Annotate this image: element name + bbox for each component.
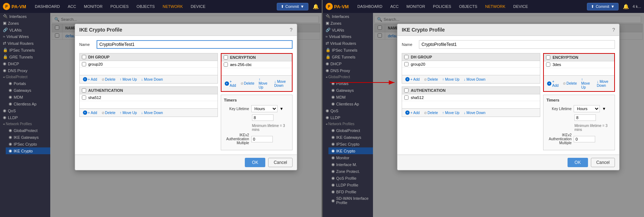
sidebar-clientless-left[interactable]: ◉ Clientless Ap bbox=[6, 100, 50, 107]
cancel-button-right[interactable]: Cancel bbox=[591, 158, 615, 167]
sidebar-ipsec-crypto-right[interactable]: ◉ IPSec Crypto bbox=[328, 141, 373, 147]
enc-row-check-right[interactable] bbox=[546, 62, 550, 67]
nav-acc-right[interactable]: ACC bbox=[387, 3, 401, 10]
sidebar-bfd-profile-right[interactable]: ◉ BFD Profile bbox=[328, 188, 373, 195]
sidebar-gp2-left[interactable]: ◉ GlobalProtect bbox=[6, 127, 50, 134]
sidebar-interfaces-left[interactable]: 🔌 Interfaces bbox=[0, 13, 50, 20]
nav-objects-right[interactable]: OBJECTS bbox=[456, 3, 480, 10]
sidebar-gateways-left[interactable]: ◉ Gateways bbox=[6, 87, 50, 94]
name-input-right[interactable] bbox=[419, 40, 615, 49]
sidebar-ipsec-left[interactable]: 🔒 IPSec Tunnels bbox=[0, 47, 50, 53]
enc-down-right[interactable]: ↓ Move Down bbox=[596, 79, 612, 88]
cancel-button-left[interactable]: Cancel bbox=[268, 158, 292, 167]
sidebar-ike-gw-right[interactable]: ◉ IKE Gateways bbox=[328, 134, 373, 141]
sidebar-ike-crypto-right[interactable]: ◉ IKE Crypto bbox=[328, 147, 373, 154]
bell-icon-right[interactable]: 🔔 bbox=[623, 4, 629, 9]
key-lifetime-number-right[interactable] bbox=[574, 114, 596, 121]
sidebar-virtual-wires-left[interactable]: ≈ Virtual Wires bbox=[0, 33, 50, 40]
enc-check-right[interactable] bbox=[546, 55, 550, 60]
auth-row-check-right[interactable] bbox=[404, 95, 409, 100]
dh-down-right[interactable]: ↓ Move Down bbox=[463, 77, 487, 82]
sidebar-dhcp-right[interactable]: ◉ DHCP bbox=[323, 60, 373, 67]
auth-add-right[interactable]: + + Add bbox=[404, 110, 421, 115]
name-input-left[interactable] bbox=[97, 40, 293, 49]
enc-down-left[interactable]: ↓ Move Down bbox=[273, 79, 290, 88]
sidebar-qos-right[interactable]: ◉ QoS bbox=[323, 107, 373, 114]
auth-delete-right[interactable]: ⊘ Delete bbox=[423, 110, 439, 115]
nav-monitor-right[interactable]: MONITOR bbox=[403, 3, 428, 10]
dh-group-row-check-right[interactable] bbox=[404, 62, 409, 66]
sidebar-clientless-right[interactable]: ◉ Clientless Ap bbox=[328, 100, 373, 107]
auth-up-right[interactable]: ↑ Move Up bbox=[441, 110, 461, 115]
nav-device-right[interactable]: DEVICE bbox=[510, 3, 531, 10]
sidebar-qos-left[interactable]: ◉ QoS bbox=[0, 107, 50, 114]
sidebar-virtual-wires-right[interactable]: ≈ Virtual Wires bbox=[323, 33, 373, 40]
sidebar-lldp-left[interactable]: ◉ LLDP bbox=[0, 114, 50, 121]
dh-delete-left[interactable]: ⊘ Delete bbox=[101, 77, 117, 82]
sidebar-ike-crypto-left[interactable]: ◉ IKE Crypto bbox=[6, 147, 50, 154]
dh-group-row-check-left[interactable] bbox=[82, 62, 86, 66]
auth-add-left[interactable]: + + Add bbox=[82, 110, 98, 115]
modal-help-right[interactable]: ? bbox=[612, 27, 615, 33]
enc-add-left[interactable]: + + Add bbox=[224, 79, 237, 88]
sidebar-interfaces-right[interactable]: 🔌 Interfaces bbox=[323, 13, 373, 20]
dh-add-left[interactable]: + + Add bbox=[82, 77, 98, 82]
sidebar-qos-profile-right[interactable]: ◉ QoS Profile bbox=[328, 175, 373, 181]
sidebar-monitor-right[interactable]: ◉ Monitor bbox=[328, 154, 373, 161]
nav-network-left[interactable]: NETWORK bbox=[160, 3, 186, 10]
auth-check-right[interactable] bbox=[404, 88, 409, 93]
nav-dashboard-left[interactable]: DASHBOARD bbox=[32, 3, 63, 10]
ikev2-input-left[interactable] bbox=[251, 136, 273, 142]
sidebar-dns-right[interactable]: ◉ DNS Proxy bbox=[323, 67, 373, 74]
sidebar-mdm-left[interactable]: ◉ MDM bbox=[6, 94, 50, 100]
sidebar-portals-right[interactable]: ◉ Portals bbox=[328, 80, 373, 87]
sidebar-zones-right[interactable]: ▣ Zones bbox=[323, 20, 373, 27]
sidebar-gp2-right[interactable]: ◉ GlobalProtect bbox=[328, 127, 373, 134]
auth-up-left[interactable]: ↑ Move Up bbox=[119, 110, 138, 115]
auth-delete-left[interactable]: ⊘ Delete bbox=[101, 110, 117, 115]
sidebar-ipsec-right[interactable]: 🔒 IPSec Tunnels bbox=[323, 47, 373, 53]
sidebar-globalprotect-group-left[interactable]: ▾ GlobalProtect bbox=[0, 74, 50, 80]
nav-network-right[interactable]: NETWORK bbox=[482, 3, 508, 10]
enc-up-right[interactable]: ↑ Move Up bbox=[580, 77, 593, 90]
bell-icon-left[interactable]: 🔔 bbox=[313, 4, 319, 9]
key-lifetime-number-left[interactable] bbox=[252, 114, 274, 121]
auth-check-left[interactable] bbox=[82, 88, 86, 93]
auth-down-left[interactable]: ↓ Move Down bbox=[140, 110, 164, 115]
ikev2-input-right[interactable] bbox=[574, 136, 595, 142]
sidebar-virtual-routers-left[interactable]: ⇄ Virtual Routers bbox=[0, 40, 50, 47]
enc-add-right[interactable]: + + Add bbox=[546, 79, 560, 88]
nav-objects-left[interactable]: OBJECTS bbox=[134, 3, 158, 10]
sidebar-dhcp-left[interactable]: ◉ DHCP bbox=[0, 60, 50, 67]
commit-btn-right[interactable]: ⬆ Commit ▼ bbox=[587, 3, 619, 10]
nav-policies-left[interactable]: POLICIES bbox=[108, 3, 132, 10]
dh-up-right[interactable]: ↑ Move Up bbox=[441, 77, 461, 82]
sidebar-virtual-routers-right[interactable]: ⇄ Virtual Routers bbox=[323, 40, 373, 47]
sidebar-zone-protect-right[interactable]: ◉ Zone Protect. bbox=[328, 168, 373, 175]
modal-help-left[interactable]: ? bbox=[290, 27, 293, 33]
nav-dashboard-right[interactable]: DASHBOARD bbox=[354, 3, 385, 10]
sidebar-network-profiles-group-right[interactable]: ▾ Network Profiles bbox=[323, 121, 373, 127]
nav-acc-left[interactable]: ACC bbox=[65, 3, 79, 10]
sidebar-dns-left[interactable]: ◉ DNS Proxy bbox=[0, 67, 50, 74]
nav-device-left[interactable]: DEVICE bbox=[188, 3, 208, 10]
sidebar-lldp-profile-right[interactable]: ◉ LLDP Profile bbox=[328, 181, 373, 188]
sidebar-ipsec-crypto-left[interactable]: ◉ IPSec Crypto bbox=[6, 141, 50, 147]
enc-check-left[interactable] bbox=[224, 55, 228, 60]
sidebar-gateways-right[interactable]: ◉ Gateways bbox=[328, 87, 373, 94]
sidebar-gre-right[interactable]: 🔒 GRE Tunnels bbox=[323, 53, 373, 60]
enc-delete-left[interactable]: ⊘ Delete bbox=[239, 81, 256, 86]
dh-up-left[interactable]: ↑ Move Up bbox=[119, 77, 138, 82]
dh-group-check-right[interactable] bbox=[404, 55, 409, 59]
ok-button-right[interactable]: OK bbox=[568, 158, 588, 167]
ok-button-left[interactable]: OK bbox=[245, 158, 265, 167]
sidebar-globalprotect-group-right[interactable]: ▾ GlobalProtect bbox=[323, 74, 373, 80]
sidebar-mdm-right[interactable]: ◉ MDM bbox=[328, 94, 373, 100]
auth-down-right[interactable]: ↓ Move Down bbox=[463, 110, 487, 115]
sidebar-zones-left[interactable]: ▣ Zones bbox=[0, 20, 50, 27]
dh-group-check-left[interactable] bbox=[82, 55, 86, 59]
sidebar-vlans-left[interactable]: 🔗 VLANs bbox=[0, 27, 50, 33]
auth-row-check-left[interactable] bbox=[82, 95, 86, 100]
dh-down-left[interactable]: ↓ Move Down bbox=[140, 77, 164, 82]
key-lifetime-select-left[interactable]: Hours Seconds Minutes Days bbox=[251, 105, 277, 112]
